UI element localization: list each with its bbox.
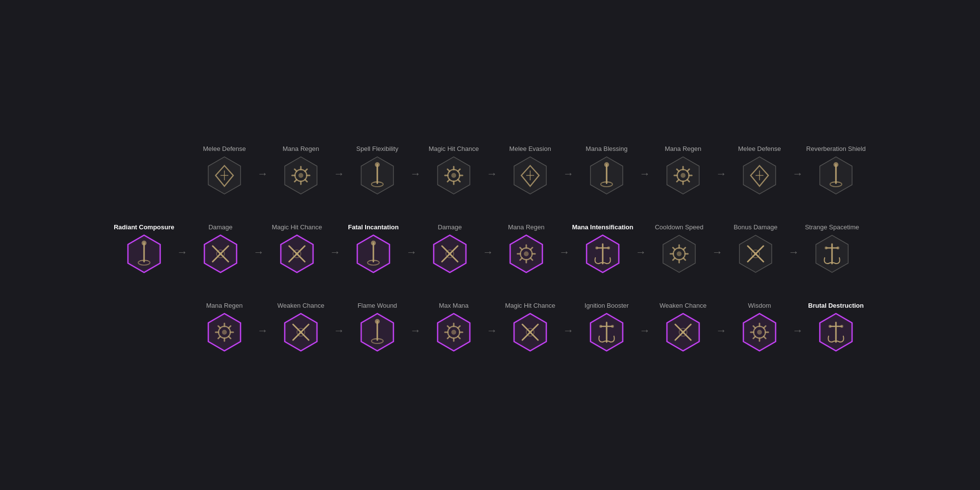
node-r3n7[interactable]: Weaken Chance	[651, 295, 715, 352]
node-r2n6[interactable]: Mana Intensification	[571, 217, 635, 273]
node-r2n1[interactable]: Damage	[189, 217, 252, 273]
hex-icon-container	[663, 313, 703, 352]
node-r3n3[interactable]: Flame Wound	[345, 295, 409, 352]
node-r2n3[interactable]: Fatal Incantation	[342, 217, 405, 273]
node-label: Mana Regen	[508, 217, 544, 231]
arrow: →	[410, 324, 421, 337]
arrow: →	[257, 168, 268, 180]
arrow: →	[487, 324, 497, 337]
node-label: Melee Evasion	[509, 138, 551, 153]
node-r1n1[interactable]: Melee Defense	[193, 138, 256, 195]
node-r3n5[interactable]: Magic Hit Chance	[498, 295, 562, 352]
hex-icon-container	[205, 156, 244, 195]
node-r1n6[interactable]: Mana Blessing	[575, 138, 638, 195]
node-r1n9[interactable]: Reverberation Shield	[804, 138, 868, 195]
hex-icon-container	[358, 156, 397, 195]
hex-icon-container	[660, 234, 699, 273]
node-r3n2[interactable]: Weaken Chance	[269, 295, 333, 352]
hex-icon-container	[583, 234, 622, 273]
skill-tree: Melee Defense →Mana Regen	[93, 118, 887, 372]
node-r1n8[interactable]: Melee Defense	[728, 138, 791, 195]
hex-icon-container	[358, 313, 397, 352]
svg-point-134	[599, 325, 602, 328]
node-r3n8[interactable]: Wisdom	[728, 295, 791, 352]
node-label: Mana Regen	[206, 295, 243, 310]
hex-icon-container	[201, 234, 240, 273]
node-label: Mana Regen	[283, 138, 319, 153]
node-label: Cooldown Speed	[655, 217, 703, 231]
arrow: →	[639, 324, 650, 337]
svg-point-135	[611, 325, 614, 328]
hex-icon-container	[124, 234, 164, 273]
hex-icon-container	[434, 156, 473, 195]
svg-point-101	[222, 330, 227, 335]
arrow: →	[639, 168, 650, 180]
arrow: →	[563, 168, 574, 180]
node-label: Damage	[208, 217, 232, 231]
node-r2n9[interactable]: Strange Spacetime	[800, 217, 864, 273]
hex-icon-container	[736, 234, 775, 273]
node-label: Weaken Chance	[660, 295, 707, 310]
node-r1n4[interactable]: Magic Hit Chance	[422, 138, 486, 195]
node-label: Damage	[438, 217, 462, 231]
arrow: →	[257, 324, 268, 337]
hex-icon-container	[281, 156, 320, 195]
node-r2n7[interactable]: Cooldown Speed	[647, 217, 711, 273]
node-label: Spell Flexibility	[356, 138, 398, 153]
svg-point-115	[375, 319, 380, 324]
arrow: →	[253, 246, 264, 259]
node-label: Radiant Composure	[114, 217, 174, 231]
hex-icon-container	[507, 234, 546, 273]
svg-point-81	[607, 246, 610, 249]
arrow: →	[410, 168, 421, 180]
svg-point-98	[825, 246, 828, 249]
hex-icon-container	[281, 313, 320, 352]
svg-point-80	[595, 246, 598, 249]
svg-point-55	[219, 252, 222, 255]
svg-point-139	[682, 331, 685, 334]
node-label: Magic Hit Chance	[505, 295, 556, 310]
node-r1n2[interactable]: Mana Regen	[269, 138, 333, 195]
svg-point-83	[677, 251, 682, 256]
node-r3n9[interactable]: Brutal Destruction	[804, 295, 868, 352]
svg-point-29	[604, 162, 609, 167]
node-label: Weaken Chance	[277, 295, 324, 310]
node-r1n5[interactable]: Melee Evasion	[498, 138, 562, 195]
arrow: →	[716, 324, 727, 337]
svg-point-59	[295, 252, 298, 255]
hex-icon-container	[434, 313, 473, 352]
node-r2n8[interactable]: Bonus Damage	[724, 217, 787, 273]
svg-point-49	[142, 241, 147, 245]
node-r3n1[interactable]: Mana Regen	[193, 295, 256, 352]
node-r3n6[interactable]: Ignition Booster	[575, 295, 638, 352]
row-2: Mana Regen →Weaken Chance	[112, 284, 868, 363]
arrow: →	[483, 246, 493, 259]
arrow: →	[334, 324, 344, 337]
arrow: →	[792, 168, 803, 180]
svg-point-152	[829, 325, 832, 328]
node-r1n3[interactable]: Spell Flexibility	[345, 138, 409, 195]
arrow: →	[334, 168, 344, 180]
node-r3n4[interactable]: Max Mana	[422, 295, 486, 352]
svg-point-119	[451, 330, 456, 335]
hex-icon-container	[511, 313, 550, 352]
hex-icon-container	[511, 156, 550, 195]
svg-point-17	[451, 173, 456, 178]
row-1: Radiant Composure →Damage	[112, 206, 868, 284]
node-r2n0[interactable]: Radiant Composure	[112, 217, 176, 273]
node-r2n5[interactable]: Mana Regen	[494, 217, 558, 273]
node-label: Brutal Destruction	[808, 295, 863, 310]
arrow: →	[330, 246, 341, 259]
svg-point-153	[840, 325, 843, 328]
hex-icon-container	[430, 234, 469, 273]
arrow: →	[636, 246, 646, 259]
node-label: Mana Regen	[665, 138, 701, 153]
node-r1n7[interactable]: Mana Regen	[651, 138, 715, 195]
svg-point-45	[833, 162, 838, 167]
node-r2n4[interactable]: Damage	[418, 217, 482, 273]
arrow: →	[559, 246, 570, 259]
svg-point-33	[681, 173, 686, 178]
node-r2n2[interactable]: Magic Hit Chance	[265, 217, 329, 273]
arrow: →	[712, 246, 723, 259]
node-label: Magic Hit Chance	[272, 217, 322, 231]
